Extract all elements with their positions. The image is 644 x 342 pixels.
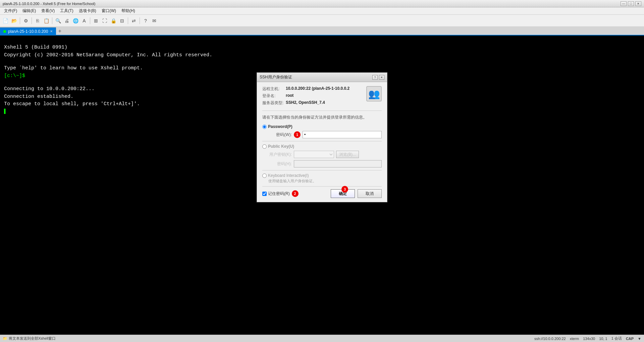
status-sessions: 1 会话 (611, 336, 622, 341)
title-bar: planA-25-1-10.0.0.200 - Xshell 5 (Free f… (0, 0, 644, 7)
minimize-button[interactable]: — (621, 1, 627, 6)
status-right: ssh://10.0.0.200:22 xterm 134x30 10, 1 1… (534, 336, 641, 341)
password-radio-text: Password(P) (268, 124, 292, 129)
server-type-value: SSH2, OpenSSH_7.4 (286, 100, 325, 106)
toolbar-help[interactable]: ? (142, 17, 150, 25)
toolbar-extra[interactable]: ✉ (150, 17, 158, 25)
menu-bar: 文件(F) 编辑(E) 查看(V) 工具(T) 选项卡(B) 窗口(W) 帮助(… (0, 7, 644, 15)
login-name-value: root (286, 93, 293, 99)
section-separator-1 (262, 141, 382, 141)
dialog-description: 请在下面选择恰当的身份验证方法并提供登录所需的信息。 (262, 114, 382, 120)
cancel-button[interactable]: 取消 (358, 189, 382, 198)
remote-host-label: 远程主机: (262, 86, 286, 92)
menu-tools[interactable]: 工具(T) (57, 7, 76, 14)
maximize-button[interactable]: □ (628, 1, 634, 6)
status-folder-icon: 📁 (3, 336, 7, 341)
toolbar-lock[interactable]: 🔒 (109, 17, 117, 25)
public-key-radio-text: Public Key(U) (268, 144, 294, 149)
close-button[interactable]: ✕ (635, 1, 641, 6)
menu-edit[interactable]: 编辑(E) (20, 7, 39, 14)
section-separator-3 (262, 186, 382, 187)
tab-add-button[interactable]: + (56, 27, 63, 35)
tab-close-icon[interactable]: ✕ (50, 29, 53, 33)
toolbar-resize[interactable]: ⛶ (101, 17, 109, 25)
keyboard-radio-text: Keyboard Interactive(I) (268, 173, 309, 178)
password-field-label: 密码(W): (268, 132, 292, 138)
key-password-input[interactable] (294, 160, 382, 167)
tab-label: planA-25-1-10.0.0.200 (8, 29, 48, 34)
password-input[interactable] (303, 131, 382, 138)
toolbar-paste[interactable]: 📋 (42, 17, 50, 25)
toolbar-new[interactable]: 📄 (1, 17, 9, 25)
keyboard-radio[interactable] (262, 174, 267, 178)
key-password-label: 密码(H): (268, 161, 292, 167)
login-name-row: 登录名: root (262, 93, 364, 99)
window-controls: — □ ✕ (621, 1, 641, 6)
status-position: 10, 1 (599, 337, 607, 341)
user-key-select[interactable] (294, 151, 334, 158)
toolbar-sep2 (32, 17, 32, 24)
remote-host-value: 10.0.0.200:22 (planA-25-1-10.0.0.2 (286, 86, 350, 92)
dialog-help-button[interactable]: ? (372, 75, 378, 80)
server-type-label: 服务器类型: (262, 100, 286, 106)
badge-1: 1 (294, 131, 301, 138)
menu-file[interactable]: 文件(F) (1, 7, 20, 14)
menu-window[interactable]: 窗口(W) (99, 7, 119, 14)
dialog-body: 远程主机: 10.0.0.200:22 (planA-25-1-10.0.0.2… (257, 82, 387, 202)
active-tab[interactable]: planA-25-1-10.0.0.200 ✕ (0, 27, 56, 35)
toolbar-transfer[interactable]: ⇄ (130, 17, 138, 25)
status-bar: 📁 将文本发送到全部Xshell窗口 ssh://10.0.0.200:22 x… (0, 335, 644, 342)
toolbar-print[interactable]: 🖨 (63, 17, 71, 25)
password-radio-label[interactable]: Password(P) (262, 124, 382, 129)
section-separator-2 (262, 170, 382, 170)
menu-tabs[interactable]: 选项卡(B) (76, 7, 99, 14)
toolbar-font[interactable]: A (80, 17, 88, 25)
ssh-auth-dialog: SSH用户身份验证 ? ✕ 远程主机: 10.0.0.200:22 (planA… (257, 72, 387, 202)
toolbar-copy[interactable]: ⎘ (34, 17, 42, 25)
status-connection: ssh://10.0.0.200:22 (534, 337, 566, 341)
toolbar-sep3 (52, 17, 52, 24)
status-send-text: 将文本发送到全部Xshell窗口 (9, 336, 56, 341)
public-key-radio[interactable] (262, 144, 267, 149)
keyboard-radio-label[interactable]: Keyboard Interactive(I) (262, 173, 382, 178)
dialog-close-button[interactable]: ✕ (379, 75, 384, 80)
info-section: 远程主机: 10.0.0.200:22 (planA-25-1-10.0.0.2… (262, 86, 382, 111)
toolbar-sep4 (90, 17, 90, 24)
user-avatar-icon: 👥 (366, 86, 382, 101)
status-cap-label: CAP (626, 337, 634, 341)
toolbar: 📄 📂 ⚙ ⎘ 📋 🔍 🖨 🌐 A ⊞ ⛶ 🔒 ⊟ ⇄ ? ✉ (0, 15, 644, 27)
remote-host-row: 远程主机: 10.0.0.200:22 (planA-25-1-10.0.0.2 (262, 86, 364, 92)
toolbar-open[interactable]: 📂 (10, 17, 18, 25)
scroll-down-icon[interactable]: ▼ (638, 337, 641, 341)
remember-checkbox[interactable] (262, 192, 267, 196)
dialog-title: SSH用户身份验证 (260, 74, 292, 80)
toolbar-more[interactable]: ⊟ (118, 17, 126, 25)
menu-help[interactable]: 帮助(H) (119, 7, 138, 14)
remember-section: 记住密码(R) 2 (262, 190, 299, 197)
tab-status-dot (3, 30, 6, 33)
server-type-row: 服务器类型: SSH2, OpenSSH_7.4 (262, 100, 364, 106)
toolbar-layout[interactable]: ⊞ (92, 17, 100, 25)
dialog-titlebar: SSH用户身份验证 ? ✕ (257, 73, 387, 82)
remember-label: 记住密码(R) (268, 191, 290, 197)
info-fields: 远程主机: 10.0.0.200:22 (planA-25-1-10.0.0.2… (262, 86, 364, 107)
toolbar-search[interactable]: 🔍 (54, 17, 62, 25)
window-title: planA-25-1-10.0.0.200 - Xshell 5 (Free f… (3, 2, 95, 6)
badge-2: 2 (292, 190, 299, 197)
status-dimensions: 134x30 (583, 337, 595, 341)
toolbar-sep5 (128, 17, 128, 24)
toolbar-settings[interactable]: ⚙ (22, 17, 30, 25)
keyboard-desc: 使用键盘输入用户身份验证。 (268, 179, 382, 184)
toolbar-globe[interactable]: 🌐 (71, 17, 79, 25)
dialog-controls: ? ✕ (372, 75, 384, 80)
public-key-option: Public Key(U) 用户密钥(K): 浏览(B)... 密码(H): (262, 144, 382, 167)
menu-view[interactable]: 查看(V) (39, 7, 57, 14)
user-key-row: 用户密钥(K): 浏览(B)... (268, 151, 382, 158)
password-field-row: 密码(W): 1 (268, 131, 382, 138)
public-key-radio-label[interactable]: Public Key(U) (262, 144, 382, 149)
browse-button[interactable]: 浏览(B)... (336, 151, 359, 158)
badge-3: 3 (341, 186, 348, 193)
password-radio[interactable] (262, 125, 267, 129)
toolbar-sep1 (20, 17, 20, 24)
toolbar-sep6 (140, 17, 140, 24)
